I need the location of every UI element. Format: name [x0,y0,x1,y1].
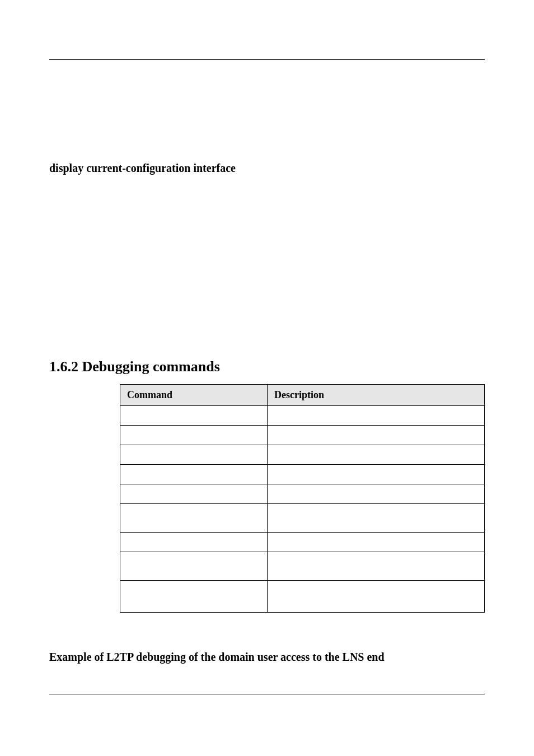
section-heading-debugging-commands: 1.6.2 Debugging commands [49,358,485,375]
table-cell-command [120,533,268,552]
table-cell-command [120,581,268,613]
table-cell-description [268,406,485,426]
table-header-row: Command Description [120,385,485,406]
table-row [120,465,485,484]
table-cell-command [120,484,268,504]
page: display current-configuration interface … [0,0,534,756]
table-cell-command [120,465,268,484]
header-rule [49,59,485,60]
display-config-heading: display current-configuration interface [49,162,485,175]
table-row [120,581,485,613]
table-cell-description [268,504,485,533]
table-row [120,426,485,445]
table-row [120,533,485,552]
table-header-description: Description [268,385,485,406]
table-row [120,552,485,581]
debugging-commands-table: Command Description [120,384,485,613]
table-cell-description [268,445,485,465]
table-row [120,406,485,426]
table-cell-command [120,445,268,465]
table-cell-description [268,533,485,552]
example-heading: Example of L2TP debugging of the domain … [49,651,485,664]
table-cell-command [120,504,268,533]
table-cell-description [268,465,485,484]
table-cell-command [120,552,268,581]
table-cell-description [268,484,485,504]
table-header-command: Command [120,385,268,406]
table-row [120,445,485,465]
table-cell-description [268,581,485,613]
table-cell-description [268,552,485,581]
table-cell-command [120,426,268,445]
table-row [120,504,485,533]
table-row [120,484,485,504]
footer-rule [49,694,485,694]
table-cell-description [268,426,485,445]
table-cell-command [120,406,268,426]
